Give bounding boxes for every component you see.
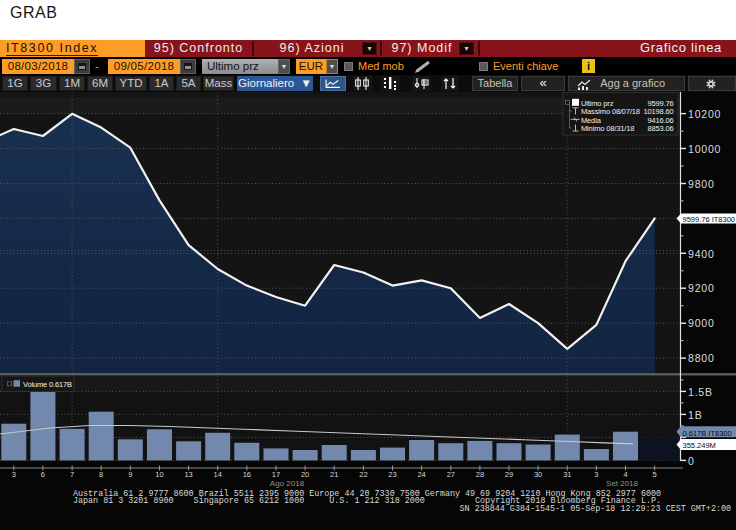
svg-text:31: 31	[563, 470, 571, 479]
svg-text:3: 3	[594, 470, 598, 479]
svg-text:6: 6	[41, 470, 45, 479]
svg-text:8800: 8800	[688, 352, 715, 364]
svg-text:9599.76 IT8300: 9599.76 IT8300	[683, 215, 736, 224]
svg-text:22: 22	[359, 470, 367, 479]
svg-text:10000: 10000	[688, 143, 721, 155]
svg-text:9800: 9800	[688, 178, 715, 190]
svg-text:5: 5	[653, 470, 657, 479]
svg-text:10: 10	[155, 470, 163, 479]
svg-text:24: 24	[417, 470, 425, 479]
svg-text:9400: 9400	[688, 248, 715, 260]
svg-text:3: 3	[12, 470, 16, 479]
svg-text:H: H	[423, 80, 427, 86]
svg-text:8853.06: 8853.06	[647, 124, 673, 133]
svg-text:16: 16	[243, 470, 251, 479]
svg-text:9000: 9000	[688, 317, 715, 329]
svg-text:9200: 9200	[688, 282, 715, 294]
svg-text:Ago 2018: Ago 2018	[270, 479, 305, 488]
svg-text:23: 23	[388, 470, 396, 479]
svg-text:29: 29	[505, 470, 513, 479]
svg-text:14: 14	[214, 470, 222, 479]
svg-text:9: 9	[128, 470, 132, 479]
svg-text:8: 8	[99, 470, 103, 479]
svg-text:27: 27	[447, 470, 455, 479]
svg-text:Minimo 08/31/18: Minimo 08/31/18	[581, 124, 634, 133]
svg-text:0: 0	[688, 455, 695, 467]
svg-text:28: 28	[476, 470, 484, 479]
svg-text:SN 238844 G384-1545-1 05-Sep-1: SN 238844 G384-1545-1 05-Sep-18 12:29:23…	[460, 504, 731, 514]
svg-text:Volume 0.617B: Volume 0.617B	[23, 380, 72, 389]
svg-text:Set 2018: Set 2018	[606, 479, 639, 488]
svg-text:355.249M: 355.249M	[683, 441, 716, 450]
svg-text:7: 7	[70, 470, 74, 479]
svg-text:0.617B IT8300: 0.617B IT8300	[683, 429, 732, 438]
svg-text:13: 13	[184, 470, 192, 479]
svg-text:21: 21	[330, 470, 338, 479]
svg-text:1B: 1B	[688, 409, 702, 421]
svg-text:30: 30	[534, 470, 542, 479]
svg-text:10200: 10200	[688, 108, 721, 120]
svg-text:1.5B: 1.5B	[688, 386, 713, 398]
